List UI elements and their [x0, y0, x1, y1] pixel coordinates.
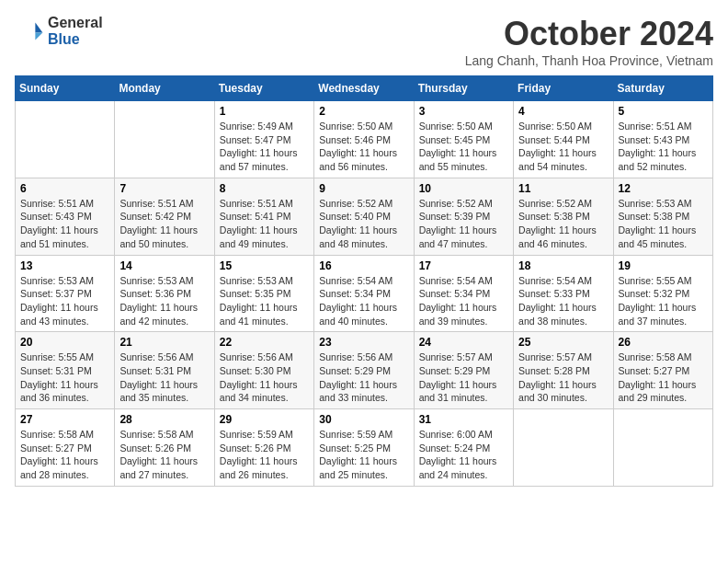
- cell-info: Sunrise: 5:53 AMSunset: 5:37 PMDaylight:…: [20, 274, 109, 328]
- calendar-cell: [514, 409, 613, 487]
- cell-info: Sunrise: 5:50 AMSunset: 5:44 PMDaylight:…: [518, 120, 608, 174]
- calendar-cell: [16, 101, 115, 178]
- day-number: 8: [220, 182, 309, 195]
- day-number: 28: [119, 413, 209, 426]
- calendar-cell: 28Sunrise: 5:58 AMSunset: 5:26 PMDayligh…: [115, 409, 214, 487]
- cell-info: Sunrise: 5:51 AMSunset: 5:43 PMDaylight:…: [619, 120, 708, 174]
- day-number: 15: [220, 259, 309, 272]
- cell-info: Sunrise: 5:57 AMSunset: 5:29 PMDaylight:…: [419, 350, 508, 405]
- subtitle: Lang Chanh, Thanh Hoa Province, Vietnam: [465, 53, 713, 68]
- day-number: 14: [119, 259, 209, 272]
- day-number: 18: [518, 259, 608, 272]
- logo-text: General Blue: [48, 15, 103, 48]
- calendar-cell: 27Sunrise: 5:58 AMSunset: 5:27 PMDayligh…: [16, 409, 115, 487]
- day-number: 20: [20, 336, 109, 349]
- day-number: 17: [419, 259, 508, 272]
- calendar-cell: 5Sunrise: 5:51 AMSunset: 5:43 PMDaylight…: [613, 101, 712, 178]
- day-number: 10: [419, 182, 508, 195]
- calendar-cell: 13Sunrise: 5:53 AMSunset: 5:37 PMDayligh…: [16, 255, 115, 332]
- title-block: October 2024 Lang Chanh, Thanh Hoa Provi…: [465, 15, 713, 68]
- calendar-cell: 21Sunrise: 5:56 AMSunset: 5:31 PMDayligh…: [115, 332, 214, 409]
- cell-info: Sunrise: 5:59 AMSunset: 5:26 PMDaylight:…: [220, 428, 309, 482]
- day-number: 31: [419, 413, 508, 426]
- calendar-cell: [115, 101, 214, 178]
- cell-info: Sunrise: 5:52 AMSunset: 5:39 PMDaylight:…: [419, 197, 508, 251]
- cell-info: Sunrise: 5:53 AMSunset: 5:35 PMDaylight:…: [220, 274, 309, 328]
- day-number: 5: [619, 105, 708, 118]
- cell-info: Sunrise: 5:58 AMSunset: 5:27 PMDaylight:…: [619, 350, 708, 405]
- day-number: 24: [419, 336, 508, 349]
- day-number: 4: [518, 105, 608, 118]
- page-header: General Blue October 2024 Lang Chanh, Th…: [15, 15, 713, 68]
- calendar-header-cell: Sunday: [16, 76, 115, 101]
- calendar-header-cell: Wednesday: [314, 76, 414, 101]
- day-number: 25: [518, 336, 608, 349]
- calendar-week-row: 27Sunrise: 5:58 AMSunset: 5:27 PMDayligh…: [16, 409, 713, 487]
- cell-info: Sunrise: 5:49 AMSunset: 5:47 PMDaylight:…: [220, 120, 309, 174]
- day-number: 23: [319, 336, 408, 349]
- calendar-cell: 22Sunrise: 5:56 AMSunset: 5:30 PMDayligh…: [214, 332, 313, 409]
- calendar-header-cell: Monday: [115, 76, 214, 101]
- calendar-cell: [613, 409, 712, 487]
- calendar-week-row: 6Sunrise: 5:51 AMSunset: 5:43 PMDaylight…: [16, 178, 713, 255]
- cell-info: Sunrise: 5:53 AMSunset: 5:38 PMDaylight:…: [619, 197, 708, 251]
- day-number: 26: [619, 336, 708, 349]
- cell-info: Sunrise: 6:00 AMSunset: 5:24 PMDaylight:…: [419, 428, 508, 482]
- calendar-cell: 7Sunrise: 5:51 AMSunset: 5:42 PMDaylight…: [115, 178, 214, 255]
- cell-info: Sunrise: 5:55 AMSunset: 5:32 PMDaylight:…: [619, 274, 708, 328]
- svg-marker-1: [35, 33, 42, 40]
- cell-info: Sunrise: 5:51 AMSunset: 5:42 PMDaylight:…: [119, 197, 209, 251]
- day-number: 13: [20, 259, 109, 272]
- cell-info: Sunrise: 5:58 AMSunset: 5:27 PMDaylight:…: [20, 428, 109, 482]
- calendar-cell: 23Sunrise: 5:56 AMSunset: 5:29 PMDayligh…: [314, 332, 414, 409]
- cell-info: Sunrise: 5:54 AMSunset: 5:34 PMDaylight:…: [319, 274, 408, 328]
- day-number: 30: [319, 413, 408, 426]
- svg-marker-0: [35, 22, 42, 32]
- day-number: 19: [619, 259, 708, 272]
- day-number: 7: [119, 182, 209, 195]
- day-number: 9: [319, 182, 408, 195]
- calendar-week-row: 13Sunrise: 5:53 AMSunset: 5:37 PMDayligh…: [16, 255, 713, 332]
- calendar-cell: 14Sunrise: 5:53 AMSunset: 5:36 PMDayligh…: [115, 255, 214, 332]
- calendar-cell: 15Sunrise: 5:53 AMSunset: 5:35 PMDayligh…: [214, 255, 313, 332]
- calendar-header-row: SundayMondayTuesdayWednesdayThursdayFrid…: [16, 76, 713, 101]
- logo-icon: [15, 17, 44, 46]
- day-number: 1: [220, 105, 309, 118]
- cell-info: Sunrise: 5:56 AMSunset: 5:31 PMDaylight:…: [119, 350, 209, 405]
- day-number: 27: [20, 413, 109, 426]
- calendar-cell: 3Sunrise: 5:50 AMSunset: 5:45 PMDaylight…: [414, 101, 513, 178]
- cell-info: Sunrise: 5:58 AMSunset: 5:26 PMDaylight:…: [119, 428, 209, 482]
- cell-info: Sunrise: 5:50 AMSunset: 5:45 PMDaylight:…: [419, 120, 508, 174]
- calendar-cell: 18Sunrise: 5:54 AMSunset: 5:33 PMDayligh…: [514, 255, 613, 332]
- calendar-cell: 31Sunrise: 6:00 AMSunset: 5:24 PMDayligh…: [414, 409, 513, 487]
- cell-info: Sunrise: 5:51 AMSunset: 5:41 PMDaylight:…: [220, 197, 309, 251]
- calendar-cell: 6Sunrise: 5:51 AMSunset: 5:43 PMDaylight…: [16, 178, 115, 255]
- logo: General Blue: [15, 15, 103, 48]
- day-number: 2: [319, 105, 408, 118]
- calendar-cell: 29Sunrise: 5:59 AMSunset: 5:26 PMDayligh…: [214, 409, 313, 487]
- cell-info: Sunrise: 5:57 AMSunset: 5:28 PMDaylight:…: [518, 350, 608, 405]
- calendar-cell: 10Sunrise: 5:52 AMSunset: 5:39 PMDayligh…: [414, 178, 513, 255]
- cell-info: Sunrise: 5:51 AMSunset: 5:43 PMDaylight:…: [20, 197, 109, 251]
- cell-info: Sunrise: 5:56 AMSunset: 5:29 PMDaylight:…: [319, 350, 408, 405]
- day-number: 22: [220, 336, 309, 349]
- calendar-cell: 9Sunrise: 5:52 AMSunset: 5:40 PMDaylight…: [314, 178, 414, 255]
- calendar-cell: 30Sunrise: 5:59 AMSunset: 5:25 PMDayligh…: [314, 409, 414, 487]
- cell-info: Sunrise: 5:59 AMSunset: 5:25 PMDaylight:…: [319, 428, 408, 482]
- calendar-cell: 16Sunrise: 5:54 AMSunset: 5:34 PMDayligh…: [314, 255, 414, 332]
- calendar-cell: 24Sunrise: 5:57 AMSunset: 5:29 PMDayligh…: [414, 332, 513, 409]
- cell-info: Sunrise: 5:54 AMSunset: 5:33 PMDaylight:…: [518, 274, 608, 328]
- calendar-cell: 8Sunrise: 5:51 AMSunset: 5:41 PMDaylight…: [214, 178, 313, 255]
- day-number: 29: [220, 413, 309, 426]
- calendar-header-cell: Friday: [514, 76, 613, 101]
- calendar-header-cell: Thursday: [414, 76, 513, 101]
- month-title: October 2024: [465, 15, 713, 53]
- day-number: 21: [119, 336, 209, 349]
- day-number: 16: [319, 259, 408, 272]
- cell-info: Sunrise: 5:54 AMSunset: 5:34 PMDaylight:…: [419, 274, 508, 328]
- cell-info: Sunrise: 5:53 AMSunset: 5:36 PMDaylight:…: [119, 274, 209, 328]
- calendar-cell: 2Sunrise: 5:50 AMSunset: 5:46 PMDaylight…: [314, 101, 414, 178]
- calendar-body: 1Sunrise: 5:49 AMSunset: 5:47 PMDaylight…: [16, 101, 713, 487]
- calendar-cell: 26Sunrise: 5:58 AMSunset: 5:27 PMDayligh…: [613, 332, 712, 409]
- calendar-week-row: 20Sunrise: 5:55 AMSunset: 5:31 PMDayligh…: [16, 332, 713, 409]
